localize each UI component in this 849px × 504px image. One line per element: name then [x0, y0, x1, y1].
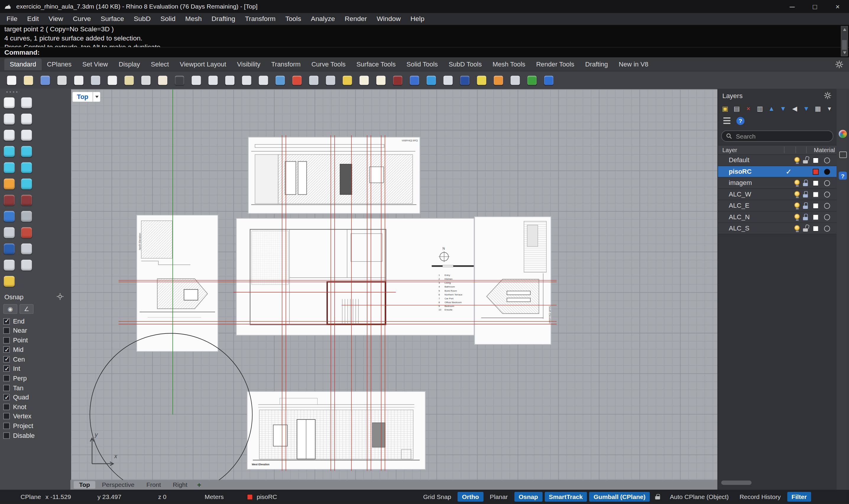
paste-icon[interactable]: [123, 74, 136, 86]
layer-visibility-bulb-icon[interactable]: [793, 157, 800, 164]
curve-icon[interactable]: [18, 128, 34, 142]
scroll-down-icon[interactable]: [841, 50, 847, 56]
layer-lock-icon[interactable]: [802, 157, 810, 164]
checkbox[interactable]: [3, 385, 10, 391]
drawing-sheet-floor-plan[interactable]: N 1 Entry 2 Kitchen: [236, 218, 475, 335]
status-toggle[interactable]: Osnap: [514, 492, 543, 502]
layer-lock-icon[interactable]: [802, 179, 810, 186]
shaded-view-icon[interactable]: [459, 74, 471, 86]
cplane-selector[interactable]: CPlane: [0, 493, 46, 500]
center-snap-icon[interactable]: ◉: [3, 304, 17, 314]
help-icon[interactable]: ?: [736, 117, 744, 125]
surface-icon[interactable]: [1, 144, 17, 158]
zoom-extents-icon[interactable]: [224, 74, 236, 86]
undo-icon[interactable]: [140, 74, 152, 86]
record-history-toggle[interactable]: Record History: [735, 493, 785, 500]
menu-item[interactable]: Surface: [96, 15, 129, 23]
move-down-icon[interactable]: ▼: [778, 104, 788, 114]
polygon-icon[interactable]: [1, 128, 17, 142]
new-file-icon[interactable]: [5, 74, 18, 86]
lamp-icon[interactable]: [358, 74, 370, 86]
layer-material-icon[interactable]: [824, 226, 830, 231]
lamp-lock-icon[interactable]: [374, 74, 387, 86]
viewport-layout-icon[interactable]: [274, 74, 286, 86]
osnap-item[interactable]: Cen: [3, 356, 66, 363]
surface-tools-icon[interactable]: [1, 241, 17, 256]
layers-gear-icon[interactable]: [824, 92, 832, 100]
earth-anchor-icon[interactable]: [526, 74, 538, 86]
layer-color-swatch[interactable]: [813, 203, 818, 209]
options-icon[interactable]: [492, 74, 505, 86]
osnap-item[interactable]: Near: [3, 327, 66, 334]
osnap-item[interactable]: End: [3, 318, 66, 325]
box-icon[interactable]: [18, 144, 34, 158]
layer-material-icon[interactable]: [824, 191, 830, 197]
layer-row[interactable]: pisoRC ✓: [718, 166, 836, 177]
toolbar-tab[interactable]: Drafting: [580, 58, 614, 70]
osnap-item[interactable]: Project: [3, 422, 66, 430]
layer-material-icon[interactable]: [824, 157, 830, 163]
columns-icon[interactable]: ▦: [813, 104, 823, 114]
checkbox[interactable]: [3, 346, 10, 353]
layer-lock-icon[interactable]: [802, 191, 810, 198]
explode-icon[interactable]: [1, 176, 17, 191]
move-icon[interactable]: [324, 74, 337, 86]
maximize-button[interactable]: □: [803, 0, 826, 13]
command-history[interactable]: target point 2 ( Copy=No Scale=3D )4 cur…: [0, 25, 849, 47]
layer-name[interactable]: ALC_N: [718, 213, 784, 221]
filter-toggle[interactable]: Filter: [787, 492, 811, 502]
checkbox[interactable]: [3, 318, 10, 324]
cylinder-icon[interactable]: [1, 160, 17, 175]
layer-material-icon[interactable]: [824, 169, 830, 175]
menu-item[interactable]: Transform: [240, 15, 280, 23]
copy-objects-icon[interactable]: [341, 74, 354, 86]
checkbox[interactable]: [3, 327, 10, 334]
layer-visibility-bulb-icon[interactable]: [793, 191, 800, 198]
osnap-item[interactable]: Mid: [3, 346, 66, 353]
selection-filter-icon[interactable]: [18, 258, 34, 272]
layer-visibility-bulb-icon[interactable]: [793, 214, 800, 221]
menu-item[interactable]: Window: [372, 15, 406, 23]
layer-row[interactable]: ALC_S ✓: [718, 223, 836, 234]
layers-hscrollbar[interactable]: [721, 480, 830, 485]
viewport-tab[interactable]: Top: [74, 481, 95, 489]
search-input[interactable]: [735, 132, 829, 140]
select-arrow-icon[interactable]: [1, 95, 17, 110]
layer-color-swatch[interactable]: [813, 191, 818, 197]
drafting-aids-icon[interactable]: [307, 74, 320, 86]
menu-item[interactable]: Tools: [281, 15, 306, 23]
status-toggle[interactable]: Grid Snap: [419, 492, 456, 502]
toolbar-tab[interactable]: Mesh Tools: [487, 58, 531, 70]
layer-name[interactable]: ALC_W: [718, 191, 784, 198]
layer-color-swatch[interactable]: [813, 214, 818, 220]
zoom-icon[interactable]: [190, 74, 202, 86]
duplicate-layer-icon[interactable]: ▥: [755, 104, 765, 114]
toolbar-tab[interactable]: Render Tools: [531, 58, 580, 70]
display-modes-icon[interactable]: [291, 74, 303, 86]
viewport-top[interactable]: East Elevation North Elevation: [70, 89, 718, 480]
menu-item[interactable]: Analyze: [306, 15, 340, 23]
drawing-sheet-south-elevation[interactable]: South Elevation: [475, 217, 551, 345]
ellipse-icon[interactable]: [18, 111, 34, 126]
viewport-title[interactable]: Top: [72, 92, 92, 102]
checkbox[interactable]: [3, 365, 10, 372]
curve-boolean-icon[interactable]: [1, 258, 17, 272]
osnap-item[interactable]: Knot: [3, 403, 66, 410]
current-layer-chip[interactable]: pisoRC: [247, 493, 317, 500]
osnap-item[interactable]: Quad: [3, 394, 66, 401]
scrollbar-thumb[interactable]: [842, 40, 847, 50]
checkbox[interactable]: [3, 337, 10, 344]
toolbar-tab[interactable]: Solid Tools: [401, 58, 443, 70]
drawing-sheet-east-elevation[interactable]: East Elevation: [248, 137, 420, 214]
drawing-sheet-north-elevation[interactable]: North Elevation: [137, 215, 218, 352]
dimension-icon[interactable]: [18, 209, 34, 223]
status-toggle[interactable]: Gumball (CPlane): [589, 492, 650, 502]
toolbar-tab[interactable]: Display: [113, 58, 145, 70]
column-header-layer[interactable]: Layer: [722, 146, 737, 153]
viewport-tab[interactable]: Perspective: [96, 481, 140, 489]
menu-item[interactable]: Help: [406, 15, 429, 23]
status-toggle[interactable]: Planar: [485, 492, 512, 502]
annotate-icon[interactable]: [475, 74, 488, 86]
panels-icon[interactable]: [839, 151, 847, 158]
checkbox[interactable]: [3, 356, 10, 362]
